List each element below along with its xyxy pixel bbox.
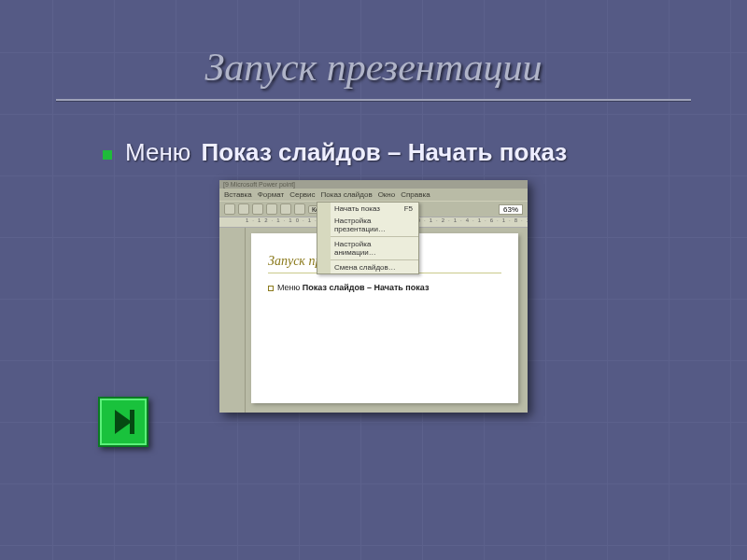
- dropdown-item-start[interactable]: Начать показ F5: [317, 203, 418, 215]
- menu-item[interactable]: Вставка: [224, 190, 252, 199]
- menu-item[interactable]: Окно: [378, 190, 396, 199]
- play-bar-icon: [130, 410, 134, 434]
- slide-thumbnails-pane[interactable]: [219, 228, 246, 413]
- dropdown-separator: [317, 259, 418, 260]
- slideshow-dropdown: Начать показ F5 Настройка презентации… Н…: [317, 202, 419, 274]
- zoom-value[interactable]: 63%: [499, 204, 523, 215]
- dropdown-item-label: Настройка презентации…: [334, 217, 413, 233]
- bullet-line: Меню Показ слайдов – Начать показ: [103, 138, 691, 167]
- dropdown-item-label: Смена слайдов…: [334, 263, 396, 272]
- dropdown-item-animation[interactable]: Настройка анимации…: [317, 238, 418, 259]
- toolbar-button[interactable]: [238, 203, 249, 215]
- bullet-menu-word: Меню: [125, 138, 190, 166]
- presentation-slide: Запуск презентации Меню Показ слайдов – …: [0, 0, 747, 560]
- toolbar-button[interactable]: [294, 203, 305, 215]
- toolbar-button[interactable]: [252, 203, 263, 215]
- title-underline: [56, 99, 691, 101]
- dropdown-icon-column: [317, 203, 331, 273]
- inner-rest: Показ слайдов – Начать показ: [303, 283, 430, 292]
- slide-title: Запуск презентации: [56, 45, 691, 90]
- inner-menu-word: Меню: [277, 283, 300, 292]
- toolbar-button[interactable]: [266, 203, 277, 215]
- dropdown-item-label: Начать показ: [334, 204, 380, 213]
- toolbar-button[interactable]: [224, 203, 235, 215]
- dropdown-item-transition[interactable]: Смена слайдов…: [317, 261, 418, 273]
- dropdown-item-setup[interactable]: Настройка презентации…: [317, 215, 418, 235]
- window-title: [9 Microsoft Power point]: [219, 180, 528, 189]
- menu-item[interactable]: Сервис: [289, 190, 315, 199]
- dropdown-item-label: Настройка анимации…: [334, 240, 413, 257]
- toolbar-button[interactable]: [280, 203, 291, 215]
- dropdown-item-accel: F5: [404, 204, 413, 213]
- play-next-button[interactable]: [98, 397, 148, 447]
- embedded-screenshot: [9 Microsoft Power point] Вставка Формат…: [219, 180, 528, 413]
- bullet-rest: Показ слайдов – Начать показ: [202, 138, 568, 166]
- dropdown-separator: [317, 236, 418, 237]
- bullet-marker-icon: [103, 150, 112, 160]
- inner-bullet: Меню Показ слайдов – Начать показ: [268, 283, 501, 292]
- menu-item[interactable]: Формат: [258, 190, 284, 199]
- menu-item[interactable]: Показ слайдов: [321, 190, 373, 199]
- inner-bullet-icon: [268, 286, 274, 291]
- menubar: Вставка Формат Сервис Показ слайдов Окно…: [219, 189, 528, 201]
- menu-item[interactable]: Справка: [401, 190, 430, 199]
